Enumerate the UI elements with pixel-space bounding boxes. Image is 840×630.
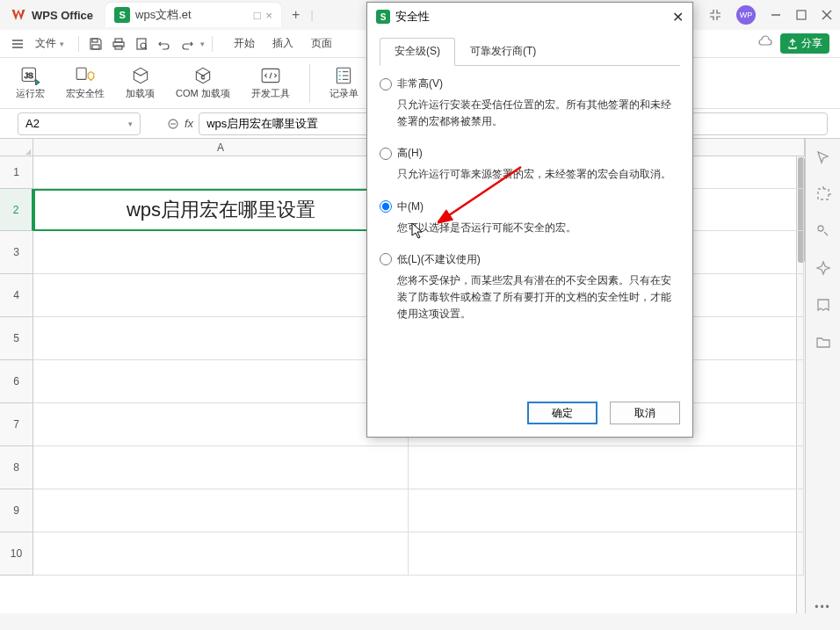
radio-low[interactable] <box>380 253 392 265</box>
wps-icon <box>11 7 26 23</box>
option-very-high: 非常高(V) 只允许运行安装在受信任位置的宏。所有其他签署的和未经签署的宏都将被… <box>380 76 680 130</box>
folder-icon[interactable] <box>815 334 831 350</box>
menu-tabs: 开始 插入 页面 <box>227 33 339 54</box>
dialog-footer: 确定 取消 <box>527 402 680 424</box>
more-icon[interactable]: ••• <box>815 601 831 613</box>
dialog-tabs: 安全级(S) 可靠发行商(T) <box>380 38 680 66</box>
ok-button[interactable]: 确定 <box>527 402 597 424</box>
cursor-tool-icon[interactable] <box>815 149 831 165</box>
label-medium: 中(M) <box>397 199 424 214</box>
tab-trusted-publisher[interactable]: 可靠发行商(T) <box>455 38 551 65</box>
svg-rect-1 <box>797 11 806 19</box>
com-addins-button[interactable]: C COM 加载项 <box>170 62 235 104</box>
desc-low: 您将不受保护，而某些宏具有潜在的不安全因素。只有在安装了防毒软件或检查了所有要打… <box>397 272 680 323</box>
row-header[interactable]: 4 <box>0 274 33 317</box>
svg-marker-17 <box>35 79 39 85</box>
window-controls: WP <box>708 5 833 25</box>
svg-rect-11 <box>115 46 122 49</box>
radio-high[interactable] <box>380 148 392 160</box>
row-header[interactable]: 1 <box>0 156 33 189</box>
js-icon: JS <box>20 66 41 85</box>
focus-icon[interactable] <box>815 186 831 202</box>
row-header[interactable]: 5 <box>0 317 33 360</box>
svg-rect-30 <box>818 189 829 199</box>
tab-start[interactable]: 开始 <box>227 33 262 54</box>
cell-reference-box[interactable]: A2 ▾ <box>18 112 141 135</box>
addins-button[interactable]: 加载项 <box>120 62 160 104</box>
sparkle-icon[interactable] <box>815 260 831 276</box>
tab-page[interactable]: 页面 <box>304 33 339 54</box>
merged-cell-a2[interactable]: wps启用宏在哪里设置 <box>33 189 409 231</box>
print-icon[interactable] <box>109 34 128 54</box>
com-box-icon: C <box>192 66 214 85</box>
hamburger-icon[interactable] <box>11 37 25 51</box>
row-header[interactable]: 6 <box>0 360 33 403</box>
macro-security-button[interactable]: 宏安全性 <box>61 62 110 104</box>
spreadsheet-icon: S <box>114 7 130 23</box>
svg-rect-7 <box>92 39 98 42</box>
col-header-a[interactable]: A <box>33 139 409 156</box>
dev-tools-button[interactable]: 开发工具 <box>246 62 295 104</box>
shield-icon <box>75 66 96 85</box>
book-icon[interactable] <box>815 297 831 313</box>
row-header[interactable]: 10 <box>0 532 33 576</box>
label-very-high: 非常高(V) <box>397 76 443 91</box>
save-icon[interactable] <box>86 34 105 54</box>
document-tab[interactable]: S wps文档.et □ × <box>105 3 281 27</box>
fx-icon[interactable]: fx <box>185 117 193 130</box>
row-header[interactable]: 3 <box>0 231 33 274</box>
select-all-corner[interactable] <box>0 139 33 156</box>
option-low: 低(L)(不建议使用) 您将不受保护，而某些宏具有潜在的不安全因素。只有在安装了… <box>380 252 680 323</box>
radio-medium[interactable] <box>380 200 392 213</box>
desc-very-high: 只允许运行安装在受信任位置的宏。所有其他签署的和未经签署的宏都将被禁用。 <box>397 97 680 130</box>
svg-text:JS: JS <box>24 71 33 80</box>
row-headers: 1 2 3 4 5 6 7 8 9 10 <box>0 156 33 613</box>
security-dialog: S 安全性 ✕ 安全级(S) 可靠发行商(T) 非常高(V) 只允许运行安装在受… <box>366 2 693 438</box>
share-button[interactable]: 分享 <box>780 33 829 54</box>
tab-security-level[interactable]: 安全级(S) <box>380 38 455 66</box>
option-medium: 中(M) 您可以选择是否运行可能不安全的宏。 <box>380 199 680 236</box>
fullscreen-icon[interactable]: □ <box>254 9 261 22</box>
user-avatar[interactable]: WP <box>736 5 756 25</box>
spreadsheet-icon: S <box>376 10 390 24</box>
form-icon <box>333 66 354 85</box>
close-icon[interactable] <box>821 9 833 21</box>
exit-fullscreen-icon[interactable] <box>708 8 722 22</box>
add-tab-button[interactable]: + <box>285 7 307 23</box>
row-header[interactable]: 9 <box>0 489 33 532</box>
cloud-icon[interactable] <box>757 34 773 53</box>
row-header[interactable]: 8 <box>0 446 33 489</box>
dialog-close-icon[interactable]: ✕ <box>672 9 684 25</box>
close-tab-icon[interactable]: × <box>265 9 272 22</box>
tab-insert[interactable]: 插入 <box>265 33 301 54</box>
app-logo: WPS Office <box>7 7 102 23</box>
cell-content: wps启用宏在哪里设置 <box>127 197 315 223</box>
tab-title: wps文档.et <box>135 7 192 23</box>
cancel-formula-icon[interactable] <box>167 118 179 130</box>
run-macro-button[interactable]: JS 运行宏 <box>11 62 50 104</box>
file-menu[interactable]: 文件 ▾ <box>28 34 71 53</box>
record-button[interactable]: 记录单 <box>324 62 364 104</box>
cell-ref: A2 <box>25 117 40 130</box>
dialog-title-bar: S 安全性 ✕ <box>367 3 692 31</box>
label-high: 高(H) <box>397 146 423 161</box>
share-label: 分享 <box>801 36 822 51</box>
code-icon <box>260 66 281 85</box>
cancel-button[interactable]: 取消 <box>610 402 680 424</box>
style-icon[interactable] <box>815 223 831 239</box>
row-header[interactable]: 2 <box>0 189 33 231</box>
undo-icon[interactable] <box>155 34 174 54</box>
svg-text:C: C <box>201 75 205 80</box>
option-high: 高(H) 只允许运行可靠来源签署的宏，未经签署的宏会自动取消。 <box>380 146 680 183</box>
app-name: WPS Office <box>32 9 93 22</box>
minimize-icon[interactable] <box>770 9 782 21</box>
preview-icon[interactable] <box>132 34 151 54</box>
radio-very-high[interactable] <box>380 78 392 91</box>
svg-rect-18 <box>76 68 86 79</box>
dialog-title: 安全性 <box>395 9 430 25</box>
label-low: 低(L)(不建议使用) <box>397 252 481 267</box>
svg-rect-8 <box>92 45 99 49</box>
row-header[interactable]: 7 <box>0 403 33 446</box>
maximize-icon[interactable] <box>796 10 807 20</box>
redo-icon[interactable] <box>177 34 197 54</box>
